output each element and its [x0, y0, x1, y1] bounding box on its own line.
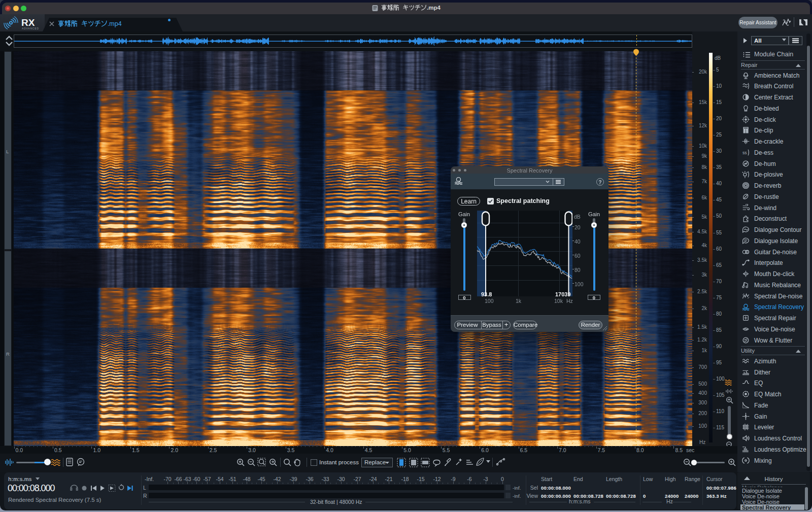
svg-text:RX: RX	[21, 17, 35, 28]
svg-text:.mp4: .mp4	[108, 20, 122, 27]
svg-text:ss: ss	[742, 150, 747, 155]
svg-text:.mp4: .mp4	[427, 5, 441, 11]
svg-text:ADVANCED: ADVANCED	[22, 27, 39, 30]
